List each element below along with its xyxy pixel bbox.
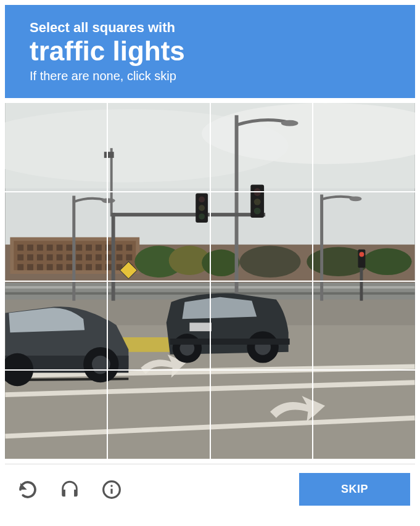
svg-point-89 [110,485,112,487]
grid-tile-1-1[interactable] [108,192,210,281]
grid-tile-2-0[interactable] [5,282,107,370]
skip-button[interactable]: SKIP [299,473,410,506]
grid-tile-3-3[interactable] [313,371,415,459]
grid-tile-1-3[interactable] [313,192,415,281]
image-grid [5,103,415,459]
captcha-footer: SKIP [5,464,415,511]
headphones-icon[interactable] [59,479,80,500]
captcha-challenge: Select all squares with traffic lights I… [0,0,420,516]
reload-icon[interactable] [17,479,38,500]
grid-tile-2-3[interactable] [313,282,415,370]
grid-tile-3-1[interactable] [108,371,210,459]
instruction-target: traffic lights [30,37,390,65]
grid-tile-0-3[interactable] [313,103,415,191]
grid-tile-0-0[interactable] [5,103,107,191]
instruction-line-3: If there are none, click skip [30,69,390,83]
grid-tile-1-0[interactable] [5,192,107,281]
grid-tile-3-0[interactable] [5,371,107,459]
grid-tile-3-2[interactable] [211,371,313,459]
instruction-line-1: Select all squares with [30,20,390,36]
grid-tile-1-2[interactable] [211,192,313,281]
grid-tile-0-1[interactable] [108,103,210,191]
grid-tile-2-2[interactable] [211,282,313,370]
footer-controls [10,479,122,500]
captcha-header: Select all squares with traffic lights I… [5,5,415,98]
info-icon[interactable] [101,479,122,500]
grid-tile-0-2[interactable] [211,103,313,191]
grid-tile-2-1[interactable] [108,282,210,370]
